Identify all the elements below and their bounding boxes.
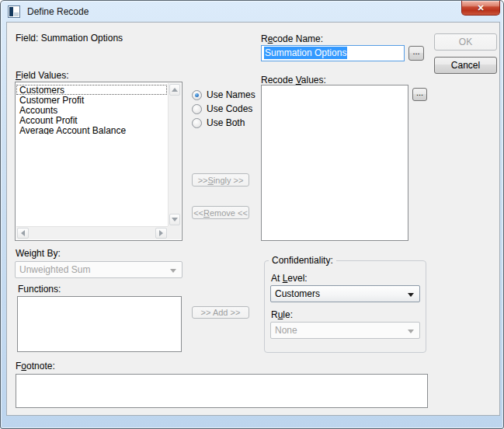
radio-use-both[interactable]: Use Both xyxy=(192,117,245,128)
weight-by-combo[interactable]: Unweighted Sum xyxy=(15,261,182,278)
scrollbar-corner xyxy=(168,226,181,239)
scroll-up-button[interactable] xyxy=(169,84,180,96)
selected-text: Summation Options xyxy=(264,47,347,59)
field-values-listbox[interactable]: Customers Customer Profit Accounts Accou… xyxy=(15,82,182,241)
list-item[interactable]: Average Account Balance xyxy=(16,125,167,135)
radio-label: Use Names xyxy=(207,89,255,100)
recode-values-browse-button[interactable]: ... xyxy=(412,88,427,101)
rule-combo[interactable]: None xyxy=(270,322,420,339)
list-item[interactable]: Customers xyxy=(16,85,167,95)
app-icon xyxy=(8,5,20,18)
scroll-right-icon xyxy=(159,230,163,236)
list-item[interactable]: Customer Profit xyxy=(16,95,167,105)
at-level-value: Customers xyxy=(275,288,320,299)
scroll-down-button[interactable] xyxy=(169,214,180,225)
functions-label: Functions: xyxy=(18,284,61,295)
chevron-down-icon xyxy=(170,269,176,273)
radio-icon xyxy=(192,90,202,100)
title-bar: Define Recode xyxy=(1,1,503,22)
scroll-up-icon xyxy=(172,88,178,92)
recode-values-label: Recode Values: xyxy=(261,75,326,85)
scroll-right-button[interactable] xyxy=(155,228,167,239)
dialog-body: Field: Summation Options Recode Name: Su… xyxy=(6,22,500,416)
list-item[interactable]: Accounts xyxy=(16,105,167,115)
chevron-down-icon xyxy=(408,293,414,297)
vertical-scrollbar[interactable] xyxy=(168,83,181,226)
at-level-combo[interactable]: Customers xyxy=(270,285,420,302)
scroll-left-icon xyxy=(21,230,25,236)
field-values-items: Customers Customer Profit Accounts Accou… xyxy=(16,85,167,135)
field-values-label: Field Values: xyxy=(16,70,69,81)
scroll-down-icon xyxy=(172,218,178,221)
recode-name-input[interactable]: Summation Options xyxy=(261,45,405,61)
footnote-label: Footnote: xyxy=(16,361,55,371)
weight-by-value: Unweighted Sum xyxy=(19,264,90,275)
list-item[interactable]: Account Profit xyxy=(16,115,167,125)
horizontal-scrollbar[interactable] xyxy=(16,226,168,239)
radio-use-codes[interactable]: Use Codes xyxy=(192,103,252,114)
chevron-down-icon xyxy=(408,330,414,333)
confidentiality-label: Confidentiality: xyxy=(269,255,336,266)
ok-button[interactable]: OK xyxy=(434,33,497,51)
close-button[interactable]: ✕ xyxy=(461,1,500,16)
at-level-label: At Level: xyxy=(271,273,308,284)
recode-name-label: Recode Name: xyxy=(261,33,323,44)
recode-name-browse-button[interactable]: ... xyxy=(408,46,424,61)
radio-label: Use Codes xyxy=(207,103,252,114)
singly-button[interactable]: >> Singly >> xyxy=(192,173,249,187)
radio-use-names[interactable]: Use Names xyxy=(192,89,255,100)
weight-by-label: Weight By: xyxy=(16,248,61,259)
footnote-textarea[interactable] xyxy=(16,374,428,408)
window-title: Define Recode xyxy=(27,6,89,17)
scroll-left-button[interactable] xyxy=(17,228,29,239)
cancel-button[interactable]: Cancel xyxy=(434,57,497,74)
rule-value: None xyxy=(275,325,297,336)
remove-button[interactable]: << Remove << xyxy=(192,206,249,219)
radio-icon xyxy=(192,104,202,114)
recode-values-listbox[interactable] xyxy=(261,85,408,241)
functions-listbox[interactable] xyxy=(17,296,182,352)
field-info-label: Field: Summation Options xyxy=(16,33,123,44)
define-recode-dialog: Define Recode ✕ Field: Summation Options… xyxy=(0,0,504,429)
confidentiality-group: Confidentiality: At Level: Customers Rul… xyxy=(264,260,426,353)
close-icon: ✕ xyxy=(477,4,484,12)
radio-label: Use Both xyxy=(207,117,245,128)
add-button[interactable]: >> Add >> xyxy=(192,306,249,319)
rule-label: Rule: xyxy=(271,309,293,320)
radio-icon xyxy=(192,118,202,128)
